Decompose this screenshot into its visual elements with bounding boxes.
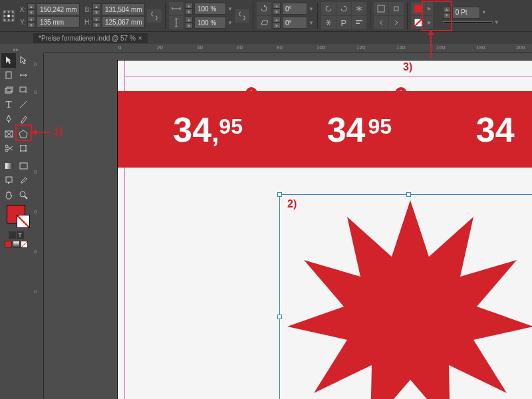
scale-x-input[interactable] [194, 3, 226, 15]
type-tool[interactable]: T [1, 97, 16, 112]
price-dec: 95 [368, 114, 392, 139]
text-format-icon[interactable]: T [17, 231, 24, 239]
hand-tool[interactable] [1, 188, 16, 202]
eyedropper-tool[interactable] [16, 173, 31, 188]
ruler-mark: 180 [476, 45, 485, 51]
svg-line-39 [21, 241, 27, 247]
selection-box [279, 194, 532, 399]
stroke-weight-input[interactable] [452, 7, 480, 19]
document-tab[interactable]: *Preise formatieren.indd @ 57 % × [33, 33, 148, 43]
paragraph-icon[interactable]: P [336, 16, 351, 29]
tab-title: *Preise formatieren.indd @ 57 % [39, 35, 136, 42]
rot-down[interactable]: ▼ [273, 9, 281, 15]
dropdown-icon[interactable]: ▼ [309, 20, 314, 26]
selection-handle[interactable] [277, 315, 282, 319]
rotate-cw-icon[interactable] [336, 2, 351, 15]
dropdown-icon[interactable]: ▼ [227, 20, 233, 26]
x-input[interactable] [37, 3, 80, 15]
x-up[interactable]: ▲ [27, 3, 35, 9]
w-down[interactable]: ▼ [92, 9, 100, 15]
sx-down[interactable]: ▼ [185, 9, 193, 15]
svg-rect-11 [356, 23, 360, 24]
x-label: X: [17, 6, 26, 13]
line-tool[interactable] [16, 97, 31, 112]
apply-gradient-icon[interactable] [13, 241, 20, 248]
direct-selection-tool[interactable] [16, 53, 31, 68]
page-tool[interactable] [1, 68, 16, 82]
annotation-label-1: 1) [53, 126, 63, 138]
gradient-feather-tool[interactable] [16, 158, 31, 173]
fill-swatch[interactable] [7, 205, 25, 223]
document-tab-bar: *Preise formatieren.indd @ 57 % × [0, 32, 532, 44]
constrain-scale-icon[interactable] [235, 9, 249, 23]
rotate-input[interactable] [282, 3, 307, 15]
flip-v-icon[interactable] [321, 16, 336, 29]
selection-handle[interactable] [406, 192, 411, 197]
gradient-swatch-tool[interactable] [1, 158, 16, 173]
dropdown-icon[interactable]: ▼ [494, 19, 499, 25]
svg-point-8 [8, 19, 10, 21]
x-down[interactable]: ▼ [27, 9, 35, 15]
apply-color-icon[interactable] [5, 241, 12, 248]
y-input[interactable] [37, 16, 80, 28]
annotation-arrow-3 [430, 31, 432, 58]
canvas[interactable]: 1 2 34 , 95 34 95 34 [44, 53, 532, 399]
gap-tool[interactable] [16, 68, 31, 82]
flip-h-icon[interactable] [352, 2, 366, 15]
rotate-ccw-icon[interactable] [321, 2, 336, 15]
ref-point-selector[interactable] [3, 10, 15, 22]
apply-none-icon[interactable] [21, 241, 28, 248]
shr-down[interactable]: ▼ [273, 23, 281, 29]
sx-up[interactable]: ▲ [185, 3, 193, 9]
select-container-icon[interactable] [374, 2, 388, 15]
svg-point-25 [5, 145, 8, 148]
free-transform-tool[interactable] [16, 141, 31, 156]
svg-point-26 [5, 149, 8, 152]
svg-rect-10 [356, 20, 362, 21]
control-bar: X: ▲▼ Y: ▲▼ B: ▲▼ H: ▲▼ ▲▼ ▼ [0, 0, 532, 32]
content-placer-tool[interactable] [16, 82, 31, 97]
y-up[interactable]: ▲ [27, 16, 35, 22]
w-up[interactable]: ▲ [92, 3, 100, 9]
annotation-label-2: 2) [287, 198, 297, 210]
tab-close-icon[interactable]: × [138, 35, 142, 42]
shear-input[interactable] [282, 17, 307, 29]
h-input[interactable] [102, 16, 145, 28]
note-tool[interactable] [1, 173, 16, 188]
container-format-icon[interactable] [9, 231, 16, 239]
rot-up[interactable]: ▲ [273, 3, 281, 9]
prev-object-icon[interactable] [374, 16, 388, 29]
sy-up[interactable]: ▲ [185, 17, 193, 23]
rectangle-frame-tool[interactable] [1, 126, 16, 141]
stroke-swatch[interactable] [17, 215, 30, 228]
y-down[interactable]: ▼ [27, 22, 35, 28]
svg-rect-13 [394, 7, 398, 11]
align-icon[interactable] [352, 16, 366, 29]
shr-up[interactable]: ▲ [273, 17, 281, 23]
zoom-tool[interactable] [16, 188, 31, 202]
sy-down[interactable]: ▼ [185, 23, 193, 29]
constrain-proportions-icon[interactable] [147, 9, 162, 23]
selection-handle[interactable] [277, 192, 282, 197]
h-up[interactable]: ▲ [92, 16, 100, 22]
annotation-box-1 [15, 124, 32, 141]
scissors-tool[interactable] [1, 141, 16, 156]
dropdown-icon[interactable]: ▼ [481, 9, 487, 15]
selection-tool[interactable] [1, 53, 16, 68]
h-down[interactable]: ▼ [92, 22, 100, 28]
content-collector-tool[interactable] [1, 82, 16, 97]
dropdown-icon[interactable]: ▼ [309, 6, 314, 12]
svg-point-4 [4, 15, 6, 17]
dropdown-icon[interactable]: ▼ [227, 6, 233, 12]
y-label: Y: [17, 19, 26, 26]
ruler-mark: 60 [237, 45, 243, 51]
select-content-icon[interactable] [389, 2, 404, 15]
pen-tool[interactable] [1, 112, 16, 126]
w-input[interactable] [102, 3, 145, 15]
price-dec: 95 [219, 114, 243, 139]
svg-point-2 [8, 11, 10, 13]
svg-rect-18 [5, 88, 11, 93]
scale-y-input[interactable] [194, 17, 226, 29]
collapse-icon[interactable]: ▸▸ [1, 45, 31, 53]
next-object-icon[interactable] [389, 16, 404, 29]
